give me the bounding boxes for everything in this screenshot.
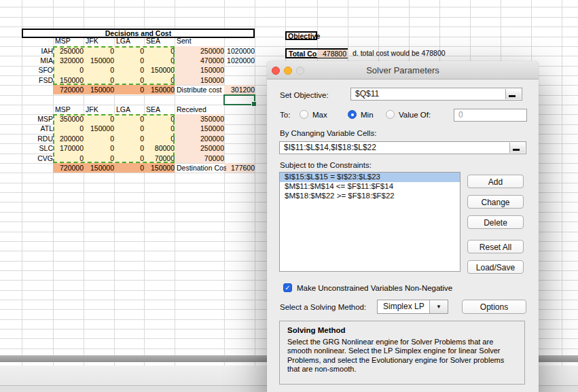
- radio-max-label: Max: [312, 111, 327, 119]
- total-cell[interactable]: 0: [114, 85, 146, 94]
- total-cost-value[interactable]: 478800: [317, 50, 348, 58]
- objective-header-box: Objective: [285, 31, 317, 40]
- col-header[interactable]: LGA: [114, 36, 146, 46]
- selected-cell[interactable]: [223, 94, 255, 105]
- options-button[interactable]: Options: [462, 300, 526, 314]
- flow-cell[interactable]: 470000: [175, 56, 226, 65]
- constraints-label: Subject to the Constraints:: [280, 161, 372, 169]
- radio-min-label: Min: [361, 111, 374, 119]
- flow-cell[interactable]: 200000: [175, 134, 226, 143]
- constraint-item[interactable]: $M$18:$M$22 >= $F$18:$F$22: [280, 192, 460, 201]
- radio-max[interactable]: [300, 110, 308, 119]
- to-label: To:: [280, 111, 290, 119]
- row-label[interactable]: SFO: [22, 65, 55, 75]
- constraints-list[interactable]: $I$15:$L$15 = $I$23:$L$23$M$11:$M$14 <= …: [279, 172, 460, 272]
- collapse-dialog-icon[interactable]: [509, 143, 525, 153]
- selection-marquee: [53, 46, 175, 85]
- dialog-titlebar[interactable]: Solver Parameters: [267, 61, 539, 79]
- col-header[interactable]: LGA: [114, 105, 146, 114]
- row-label[interactable]: CVG: [22, 154, 55, 163]
- reset-all-button[interactable]: Reset All: [467, 240, 524, 253]
- non-negative-checkbox[interactable]: ✓: [283, 283, 292, 292]
- by-changing-label: By Changing Variable Cells:: [280, 129, 376, 137]
- value-of-value: 0: [458, 110, 463, 120]
- row-label[interactable]: RDU: [22, 134, 55, 143]
- solving-method-value: Simplex LP: [383, 302, 425, 311]
- flow-cell[interactable]: 150000: [175, 124, 226, 133]
- selection-marquee: [53, 114, 175, 163]
- solving-method-groupbox: Solving Method Select the GRG Nonlinear …: [279, 321, 525, 385]
- flow-cell[interactable]: 250000: [175, 143, 226, 153]
- solving-method-label: Select a Solving Method:: [280, 303, 366, 311]
- set-objective-field[interactable]: $Q$11: [350, 88, 522, 101]
- row-label[interactable]: ATL: [22, 124, 55, 133]
- flow-cell[interactable]: 150000: [175, 75, 226, 85]
- variable-cells-field[interactable]: $I$11:$L$14,$I$18:$L$22: [279, 141, 526, 154]
- set-objective-value: $Q$11: [355, 89, 379, 99]
- extra-cell[interactable]: 1020000: [224, 56, 257, 65]
- change-button[interactable]: Change: [467, 195, 524, 209]
- radio-value-of-label: Value Of:: [399, 111, 431, 119]
- radio-min[interactable]: [348, 110, 357, 119]
- chevron-down-icon[interactable]: ▼: [429, 300, 448, 313]
- extra-cell[interactable]: 1020000: [224, 46, 257, 56]
- total-label[interactable]: Destination Cost: [175, 163, 226, 173]
- solving-method-box-title: Solving Method: [287, 326, 346, 334]
- total-value-cell[interactable]: 301200: [224, 85, 257, 94]
- total-cell[interactable]: 720000: [53, 163, 86, 173]
- total-cell[interactable]: 0: [114, 163, 146, 173]
- flow-cell[interactable]: 350000: [175, 114, 226, 124]
- add-button[interactable]: Add: [467, 175, 524, 188]
- col-header[interactable]: JFK: [84, 105, 116, 114]
- total-value-cell[interactable]: 177600: [224, 163, 257, 173]
- solver-parameters-dialog: Solver Parameters Set Objective: $Q$11 T…: [267, 61, 539, 392]
- constraint-item[interactable]: $M$11:$M$14 <= $F$11:$F$14: [280, 182, 460, 192]
- flow-header[interactable]: Received: [175, 105, 226, 114]
- variable-cells-value: $I$11:$L$14,$I$18:$L$22: [284, 143, 376, 152]
- col-header[interactable]: SEA: [144, 105, 177, 114]
- value-of-input[interactable]: 0: [454, 109, 527, 122]
- total-cell[interactable]: 150000: [84, 85, 116, 94]
- row-label[interactable]: IAH: [22, 46, 55, 56]
- constraint-item[interactable]: $I$15:$L$15 = $I$23:$L$23: [280, 173, 460, 182]
- row-label[interactable]: SLC: [22, 143, 55, 153]
- flow-cell[interactable]: 70000: [175, 154, 226, 163]
- flow-cell[interactable]: 250000: [175, 46, 226, 56]
- fill-handle[interactable]: [251, 101, 257, 107]
- total-cost-label[interactable]: Total Cost: [287, 50, 318, 58]
- row-label[interactable]: MIA: [22, 56, 55, 65]
- radio-value-of[interactable]: [386, 110, 395, 119]
- dialog-title: Solver Parameters: [267, 65, 539, 75]
- total-cell[interactable]: 720000: [53, 85, 86, 94]
- col-header[interactable]: SEA: [144, 36, 177, 46]
- solving-method-description: Select the GRG Nonlinear engine for Solv…: [287, 338, 518, 374]
- load-save-button[interactable]: Load/Save: [467, 260, 524, 274]
- col-header[interactable]: JFK: [84, 36, 116, 46]
- total-cell[interactable]: 150000: [144, 85, 177, 94]
- delete-button[interactable]: Delete: [467, 215, 524, 229]
- row-label[interactable]: FSD: [22, 75, 55, 85]
- col-header[interactable]: MSP: [53, 36, 86, 46]
- total-cell[interactable]: 150000: [144, 163, 177, 173]
- non-negative-label: Make Unconstrained Variables Non-Negativ…: [297, 284, 452, 292]
- solving-method-dropdown[interactable]: Simplex LP ▼: [377, 300, 448, 314]
- total-label[interactable]: Distribute cost: [175, 85, 226, 94]
- col-header[interactable]: MSP: [53, 105, 86, 114]
- flow-header[interactable]: Sent: [175, 36, 226, 46]
- flow-cell[interactable]: 150000: [175, 65, 226, 75]
- total-cell[interactable]: 150000: [84, 163, 116, 173]
- row-label[interactable]: MSP: [22, 114, 55, 124]
- annotation-text: d. total cost would be 478800: [350, 48, 488, 58]
- set-objective-label: Set Objective:: [280, 91, 329, 99]
- collapse-dialog-icon[interactable]: [505, 89, 521, 99]
